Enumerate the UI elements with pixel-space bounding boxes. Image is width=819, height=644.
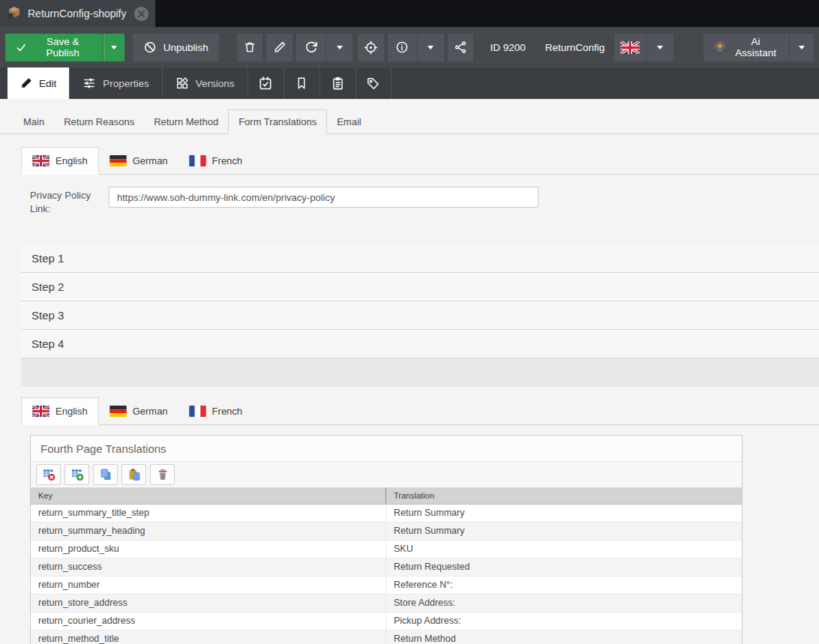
lang-tab-german[interactable]: German bbox=[99, 397, 178, 424]
privacy-policy-input[interactable] bbox=[109, 187, 538, 208]
key-cell[interactable]: return_number bbox=[31, 577, 386, 594]
save-publish-button[interactable]: Save & Publish bbox=[5, 34, 103, 61]
copy-icon bbox=[99, 468, 112, 481]
grid-empty-button[interactable] bbox=[150, 464, 175, 485]
lang-tab-label: German bbox=[133, 406, 168, 417]
tab-properties-label: Properties bbox=[103, 78, 149, 89]
collapsed-section-block bbox=[21, 358, 819, 387]
subtab-return-reasons[interactable]: Return Reasons bbox=[54, 109, 144, 133]
key-cell[interactable]: return_product_sku bbox=[31, 541, 386, 558]
trash-icon bbox=[156, 468, 170, 481]
unpublish-button[interactable]: Unpublish bbox=[133, 34, 219, 61]
grid-delete-row-button[interactable] bbox=[36, 464, 61, 485]
tag-icon bbox=[366, 76, 380, 91]
subtab-email[interactable]: Email bbox=[327, 109, 371, 133]
chevron-down-icon bbox=[428, 46, 434, 49]
french-flag-icon bbox=[189, 406, 206, 417]
tab-tags[interactable] bbox=[356, 67, 392, 99]
close-icon[interactable] bbox=[134, 7, 148, 21]
translation-cell[interactable]: Store Address: bbox=[386, 595, 742, 612]
table-row[interactable]: return_method_titleReturn Method bbox=[31, 631, 742, 644]
info-button[interactable] bbox=[388, 34, 417, 61]
grid-add-row-button[interactable] bbox=[64, 464, 89, 485]
language-menu-button[interactable] bbox=[646, 34, 674, 61]
lang-tab-label: German bbox=[133, 155, 168, 166]
translation-cell[interactable]: Pickup Address: bbox=[386, 613, 742, 630]
reload-menu-button[interactable] bbox=[326, 34, 352, 61]
locate-in-tree-button[interactable] bbox=[358, 34, 384, 61]
translation-cell[interactable]: SKU bbox=[386, 541, 742, 558]
ai-assistant-menu-button[interactable] bbox=[790, 34, 814, 61]
lang-tab-french[interactable]: French bbox=[178, 147, 253, 174]
doc-tab[interactable]: ReturnConfig-shopify bbox=[0, 0, 155, 27]
german-flag-icon bbox=[110, 406, 127, 417]
tab-application-log[interactable] bbox=[320, 67, 356, 99]
grid-header-translation[interactable]: Translation bbox=[386, 488, 742, 504]
tab-versions[interactable]: Versions bbox=[163, 67, 248, 99]
lang-tab-english[interactable]: English bbox=[21, 397, 99, 425]
step-2-header[interactable]: Step 2 bbox=[21, 273, 819, 301]
paste-icon bbox=[128, 468, 141, 481]
key-cell[interactable]: return_method_title bbox=[31, 631, 386, 644]
table-row[interactable]: return_numberReference N°: bbox=[31, 577, 742, 595]
tab-properties[interactable]: Properties bbox=[70, 67, 162, 99]
translation-cell[interactable]: Return Method bbox=[386, 631, 742, 644]
table-row[interactable]: return_summary_title_stepReturn Summary bbox=[31, 505, 742, 523]
translation-cell[interactable]: Reference N°: bbox=[386, 577, 742, 594]
subtab-main[interactable]: Main bbox=[14, 109, 54, 133]
check-icon bbox=[16, 41, 27, 54]
save-publish-label: Save & Publish bbox=[34, 36, 92, 58]
key-cell[interactable]: return_summary_title_step bbox=[31, 505, 386, 522]
table-row[interactable]: return_product_skuSKU bbox=[31, 541, 742, 559]
privacy-policy-field-row: Privacy Policy Link: bbox=[30, 187, 819, 215]
unpublish-label: Unpublish bbox=[164, 42, 208, 53]
tab-notes-events[interactable] bbox=[284, 67, 320, 99]
language-flag-button[interactable] bbox=[614, 34, 646, 61]
info-menu-button[interactable] bbox=[418, 34, 444, 61]
delete-button[interactable] bbox=[237, 34, 263, 61]
translation-cell[interactable]: Return Summary bbox=[386, 523, 742, 540]
lang-tab-german[interactable]: German bbox=[99, 147, 178, 174]
chevron-down-icon bbox=[111, 46, 117, 49]
table-row[interactable]: return_successReturn Requested bbox=[31, 559, 742, 577]
rename-button[interactable] bbox=[266, 34, 292, 61]
tab-schedule[interactable] bbox=[248, 67, 284, 99]
package-object-icon bbox=[7, 4, 22, 22]
ai-assistant-button[interactable]: Ai Assistant bbox=[704, 34, 789, 61]
translation-cell[interactable]: Return Summary bbox=[386, 505, 742, 522]
share-button[interactable] bbox=[448, 34, 474, 61]
subtab-form-translations[interactable]: Form Translations bbox=[228, 109, 327, 134]
grid-paste-button[interactable] bbox=[122, 464, 146, 485]
key-cell[interactable]: return_summary_heading bbox=[31, 523, 386, 540]
grid-copy-button[interactable] bbox=[93, 464, 118, 485]
reload-button[interactable] bbox=[296, 34, 326, 61]
table-row[interactable]: return_courier_addressPickup Address: bbox=[31, 613, 742, 631]
lang-tab-english[interactable]: English bbox=[21, 147, 99, 175]
translations-panel: Fourth Page Translations Key Translation bbox=[30, 435, 742, 644]
tab-edit[interactable]: Edit bbox=[8, 67, 69, 99]
subtab-return-method[interactable]: Return Method bbox=[144, 109, 228, 133]
key-cell[interactable]: return_success bbox=[31, 559, 386, 576]
grid-header-key[interactable]: Key bbox=[31, 488, 386, 504]
language-tabs-bottom: English German French bbox=[21, 397, 819, 425]
lang-tab-french[interactable]: French bbox=[178, 397, 253, 424]
step-3-header[interactable]: Step 3 bbox=[21, 301, 819, 330]
chevron-down-icon bbox=[799, 46, 805, 49]
table-row[interactable]: return_summary_headingReturn Summary bbox=[31, 523, 742, 541]
table-row[interactable]: return_store_addressStore Address: bbox=[31, 595, 742, 613]
key-cell[interactable]: return_store_address bbox=[31, 595, 386, 612]
ai-assistant-label: Ai Assistant bbox=[733, 36, 778, 58]
lang-tab-label: French bbox=[212, 155, 242, 166]
layout-subtabs: Main Return Reasons Return Method Form T… bbox=[0, 109, 819, 134]
table-delete-icon bbox=[42, 468, 56, 481]
save-publish-menu-button[interactable] bbox=[104, 34, 124, 61]
translation-cell[interactable]: Return Requested bbox=[386, 559, 742, 576]
unpublish-slash-icon bbox=[143, 40, 157, 54]
panel-title: Fourth Page Translations bbox=[31, 436, 742, 462]
key-cell[interactable]: return_courier_address bbox=[31, 613, 386, 630]
object-type-label: ReturnConfig bbox=[545, 42, 605, 53]
step-4-header[interactable]: Step 4 bbox=[21, 330, 819, 358]
lang-tab-label: French bbox=[212, 406, 242, 417]
grid-header: Key Translation bbox=[31, 488, 742, 505]
step-1-header[interactable]: Step 1 bbox=[21, 244, 819, 273]
